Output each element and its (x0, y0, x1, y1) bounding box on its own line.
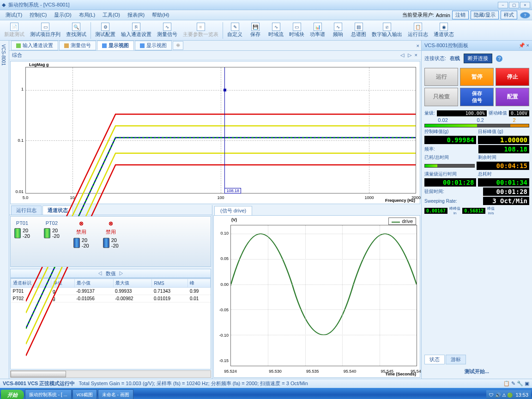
help-icon[interactable]: ? (496, 55, 502, 62)
taskbar-item[interactable]: 振动控制系统 - [ ... (25, 389, 72, 399)
app-logo-icon: ◆ (2, 2, 6, 8)
full-time: 00:01:28 (424, 178, 476, 187)
check-button[interactable]: 只检查 (424, 88, 458, 106)
minimize-button[interactable]: − (498, 2, 508, 8)
connection-status: 在线 (450, 55, 460, 62)
disabled-icon: ⊗ (79, 220, 84, 227)
cursor-readout: 108.18 (224, 188, 241, 193)
taskbar-item[interactable]: vcs截图 (73, 389, 97, 399)
document-tabs: 输入通道设置 测量信号 显示视图 显示视图 ⁜ × (9, 41, 421, 51)
chart-plot-area[interactable]: 108.18 (25, 67, 416, 193)
tb-new-test[interactable]: 📄新建测试 (2, 22, 27, 39)
doctab-close-icon[interactable]: × (417, 43, 419, 48)
control-panel: VCS-8001控制面板📌 × 连接状态: 在线 断开连接 ? 运行 暂停 停止… (421, 41, 532, 379)
doctab-display-view-1[interactable]: 显示视图 (97, 41, 134, 50)
panel-title: VCS-8001控制面板 (424, 42, 468, 49)
doctab-input-channels[interactable]: 输入通道设置 (11, 41, 58, 50)
doctab-measure-signal[interactable]: 测量信号 (59, 41, 96, 50)
logout-button[interactable]: 注销 (452, 11, 469, 19)
disabled-icon: ⊗ (109, 220, 113, 227)
chart-cursor[interactable] (224, 67, 225, 193)
window-title: 振动控制系统 - [VCS-8001] (8, 1, 70, 8)
level-value: 100.00% (437, 110, 487, 116)
tb-runlog[interactable]: 📋运行日志 (405, 22, 430, 39)
clock: 13:53 (515, 392, 528, 398)
signal-chart[interactable]: drive (V) 0.10 0.05 0.00 -0.05 -0.10 -0.… (213, 215, 420, 378)
tb-power-spectrum[interactable]: 📊功率谱 (308, 22, 327, 39)
menu-control[interactable]: 控制(C) (26, 11, 50, 19)
chart-ylabel: LogMag g (29, 62, 49, 67)
status-bar: VCS-8001 VCS 正弦模式运行中 Total System Gain =… (0, 379, 532, 388)
panel-tab-cursor[interactable]: 游标 (446, 355, 466, 364)
tb-params[interactable]: ≡主要参数一览表 (181, 22, 221, 39)
dwell-time: 00:01:28 (483, 187, 529, 196)
sweep-rate: 3 Oct/Min (483, 197, 529, 205)
user-name: Admin (436, 12, 450, 18)
tb-digital-io[interactable]: ⎚数字输入输出 (369, 22, 405, 39)
user-label: 当前登录用户: (402, 12, 434, 18)
stop-button[interactable]: 停止 (496, 68, 529, 86)
menu-layout[interactable]: 布局(L) (75, 11, 99, 19)
tb-test-sequence[interactable]: ▭测试项目序列 (28, 22, 63, 39)
elapsed-bar (424, 164, 475, 168)
panel-pin-icon[interactable]: 📌 × (519, 42, 529, 48)
channel-pt02: PT0220-20 (44, 220, 60, 263)
menu-test[interactable]: 测试(T) (2, 11, 26, 19)
config-button[interactable]: 配置 (496, 88, 529, 106)
taskbar: 开始 振动控制系统 - [ ... vcs截图 未命名 - 画图 🛡 🔊 ⚠ 🟢… (0, 388, 532, 399)
save-signal-button[interactable]: 保存信号 (460, 88, 494, 106)
pk-in: 0.00167 (424, 208, 447, 214)
channel-3: ⊗禁用20-20 (73, 220, 89, 263)
channel-status-panel: PT0120-20 PT0220-20 ⊗禁用20-20 ⊗禁用20-20 (10, 216, 211, 267)
menu-report[interactable]: 报表(R) (124, 11, 148, 19)
subbar: 综合 ◁ ▷ × (9, 51, 421, 60)
system-tray[interactable]: 🛡 🔊 ⚠ 🟢 13:53 (486, 390, 531, 399)
frequency: 108.18 (478, 145, 529, 153)
tb-overall[interactable]: ▤总谱图 (349, 22, 369, 39)
total-time: 00:01:34 (478, 178, 530, 187)
toggle-visibility-button[interactable]: 隐藏/显示 (471, 11, 499, 19)
chart-xlabel: Frequency (Hz) (385, 198, 415, 203)
subbar-nav[interactable]: ◁ ▷ × (400, 52, 418, 58)
drive-value: 0.100V (509, 110, 529, 116)
style-button[interactable]: 样式 (501, 11, 517, 19)
side-tab[interactable]: VCS-8001 (0, 41, 9, 379)
menu-tools[interactable]: 工具(O) (99, 11, 124, 19)
close-button[interactable]: × (520, 2, 530, 8)
help-icon[interactable]: ? (520, 12, 530, 18)
tb-time-stream[interactable]: ∿时域流 (266, 22, 286, 39)
main-toolbar: 📄新建测试 ▭测试项目序列 🔍查找测试 ⚙测试配置 ⎘输入通道设置 ∿测量信号 … (0, 20, 532, 41)
pause-button[interactable]: 暂停 (460, 68, 494, 86)
status-mode: VCS-8001 VCS 正弦模式运行中 (3, 380, 75, 387)
tb-save[interactable]: 💾保存 (246, 22, 265, 39)
signal-legend: drive (388, 218, 416, 225)
menu-display[interactable]: 显示(D) (50, 11, 75, 19)
tb-test-config[interactable]: ⚙测试配置 (93, 22, 118, 39)
tb-customize[interactable]: ✎自定义 (225, 22, 245, 39)
doctab-display-view-2[interactable]: 显示视图 (135, 41, 172, 50)
disconnect-button[interactable]: 断开连接 (464, 54, 492, 63)
status-icons: 📋 ✎ 🔧 ▣ (503, 381, 529, 387)
maximize-button[interactable]: ▢ (509, 2, 519, 8)
tb-frf[interactable]: ∿频响 (328, 22, 348, 39)
panel-tab-status[interactable]: 状态 (424, 355, 445, 364)
tb-measure-signal[interactable]: ∿测量信号 (155, 22, 180, 39)
title-bar: ◆ 振动控制系统 - [VCS-8001] − ▢ × (0, 0, 532, 10)
test-start-label: 测试开始... (422, 364, 532, 379)
main-chart[interactable]: LogMag g 1 0.1 0.01 (10, 61, 420, 204)
status-info: Total System Gain = 10.003 (g/V); 采样率 (f… (79, 380, 308, 387)
tb-find-test[interactable]: 🔍查找测试 (64, 22, 89, 39)
channel-pt01: PT0120-20 (14, 220, 30, 263)
channel-4: ⊗禁用20-20 (103, 220, 119, 263)
start-button[interactable]: 开始 (1, 390, 24, 399)
remain-time: 00:04:15 (477, 162, 530, 170)
tb-channel-status[interactable]: ◉通道状态 (431, 22, 456, 39)
doctab-extra[interactable]: ⁜ (173, 41, 183, 50)
control-peak: 0.99984 (424, 136, 476, 144)
run-button[interactable]: 运行 (424, 68, 458, 86)
menu-help[interactable]: 帮助(H) (148, 11, 173, 19)
tb-time-block[interactable]: ▭时域块 (287, 22, 307, 39)
taskbar-item[interactable]: 未命名 - 画图 (98, 389, 133, 399)
tb-input-channels[interactable]: ⎘输入通道设置 (119, 22, 154, 39)
menu-bar: 测试(T) 控制(C) 显示(D) 布局(L) 工具(O) 报表(R) 帮助(H… (0, 10, 532, 20)
